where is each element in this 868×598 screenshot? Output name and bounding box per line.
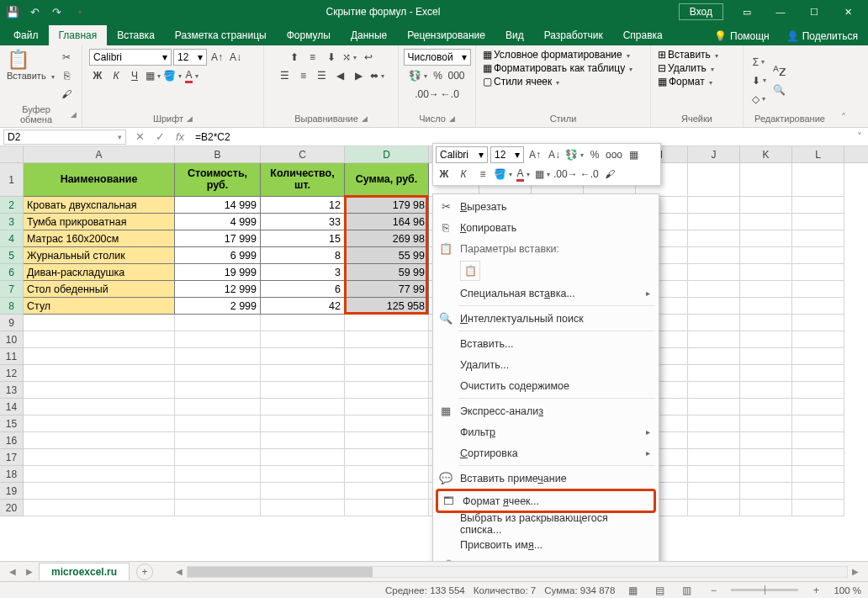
ctx-cut[interactable]: ✂ВВырезатьырезать bbox=[433, 196, 659, 217]
normal-view-icon[interactable]: ▦ bbox=[623, 585, 642, 596]
cell[interactable] bbox=[175, 449, 261, 466]
cell[interactable] bbox=[688, 382, 740, 399]
cell[interactable] bbox=[345, 483, 429, 500]
cell[interactable] bbox=[24, 483, 175, 500]
table-header-cell[interactable]: Сумма, руб. bbox=[345, 163, 429, 197]
row-header[interactable]: 13 bbox=[0, 382, 24, 399]
cell[interactable] bbox=[740, 466, 792, 483]
ctx-smart-lookup[interactable]: 🔍Интеллектуальный поиск bbox=[433, 308, 659, 329]
ctx-filter[interactable]: Фильтр bbox=[433, 421, 659, 442]
cell[interactable] bbox=[175, 500, 261, 516]
cell[interactable]: 3 bbox=[261, 264, 345, 281]
cell[interactable] bbox=[261, 500, 345, 516]
decrease-indent-icon[interactable]: ◀ bbox=[332, 67, 349, 84]
cell[interactable]: 164 96 bbox=[345, 214, 429, 230]
mini-percent-icon[interactable]: % bbox=[586, 146, 603, 163]
cell[interactable]: Матрас 160х200см bbox=[24, 230, 175, 247]
cell[interactable] bbox=[261, 382, 345, 399]
row-header[interactable]: 14 bbox=[0, 399, 24, 415]
mini-fill-color-icon[interactable]: 🪣 bbox=[494, 166, 512, 183]
cell[interactable]: 55 99 bbox=[345, 247, 429, 264]
wrap-text-icon[interactable]: ↩ bbox=[360, 49, 377, 66]
tab-file[interactable]: Файл bbox=[3, 25, 49, 45]
cell[interactable] bbox=[792, 315, 844, 331]
cell[interactable] bbox=[24, 382, 175, 399]
mini-align-icon[interactable]: ≡ bbox=[474, 166, 491, 183]
cell[interactable] bbox=[688, 483, 740, 500]
col-header[interactable]: D bbox=[345, 146, 429, 162]
cell[interactable] bbox=[24, 415, 175, 432]
cell[interactable]: 17 999 bbox=[175, 230, 261, 247]
mini-table-icon[interactable]: ▦ bbox=[625, 146, 642, 163]
ctx-copy[interactable]: ⎘Копировать bbox=[433, 217, 659, 238]
tab-formulas[interactable]: Формулы bbox=[277, 25, 341, 45]
fx-icon[interactable]: fx bbox=[170, 130, 190, 143]
cell[interactable] bbox=[740, 399, 792, 415]
cell-styles-button[interactable]: ▢Стили ячеек bbox=[483, 76, 559, 87]
row-header[interactable]: 7 bbox=[0, 281, 24, 298]
ctx-pick-from-list[interactable]: Выбрать из раскрывающегося списка... bbox=[433, 513, 659, 534]
clear-icon[interactable]: ◇ bbox=[750, 91, 767, 108]
cell[interactable]: 19 999 bbox=[175, 264, 261, 281]
cell[interactable]: Стул bbox=[24, 298, 175, 315]
cell[interactable] bbox=[688, 500, 740, 516]
cell[interactable] bbox=[261, 348, 345, 365]
row-header[interactable]: 8 bbox=[0, 298, 24, 315]
decrease-font-icon[interactable]: A↓ bbox=[227, 49, 244, 66]
cell[interactable] bbox=[740, 432, 792, 449]
row-header[interactable]: 10 bbox=[0, 331, 24, 348]
col-header[interactable]: L bbox=[792, 146, 844, 162]
cell[interactable] bbox=[740, 331, 792, 348]
cell[interactable] bbox=[740, 500, 792, 516]
mini-decrease-font-icon[interactable]: A↓ bbox=[546, 146, 563, 163]
cell[interactable] bbox=[688, 449, 740, 466]
cell[interactable]: 125 958 bbox=[345, 298, 429, 315]
cell[interactable] bbox=[24, 449, 175, 466]
increase-indent-icon[interactable]: ▶ bbox=[351, 67, 368, 84]
hscroll-left-icon[interactable]: ◀ bbox=[172, 567, 187, 576]
font-color-icon[interactable]: A bbox=[183, 67, 200, 84]
cell[interactable] bbox=[792, 483, 844, 500]
row-header[interactable]: 18 bbox=[0, 466, 24, 483]
cancel-formula-icon[interactable]: ✕ bbox=[130, 130, 150, 143]
cell[interactable] bbox=[24, 399, 175, 415]
formula-input[interactable]: =B2*C2 bbox=[190, 130, 851, 144]
row-header[interactable]: 11 bbox=[0, 348, 24, 365]
cell[interactable] bbox=[688, 415, 740, 432]
sheet-tab[interactable]: microexcel.ru bbox=[39, 563, 130, 580]
cell[interactable] bbox=[792, 415, 844, 432]
align-center-icon[interactable]: ≡ bbox=[295, 67, 312, 84]
mini-font-color-icon[interactable]: A bbox=[515, 166, 532, 183]
cell[interactable]: 15 bbox=[261, 230, 345, 247]
cell[interactable]: 8 bbox=[261, 247, 345, 264]
cell[interactable] bbox=[24, 466, 175, 483]
increase-font-icon[interactable]: A↑ bbox=[209, 49, 225, 66]
cell[interactable] bbox=[345, 449, 429, 466]
row-header[interactable]: 1 bbox=[0, 163, 24, 197]
zoom-in-button[interactable]: + bbox=[807, 585, 825, 596]
close-button[interactable]: ✕ bbox=[831, 2, 865, 22]
ctx-insert[interactable]: Вставить... bbox=[433, 333, 659, 354]
cell[interactable] bbox=[740, 382, 792, 399]
hscroll-right-icon[interactable]: ▶ bbox=[848, 567, 863, 576]
cell[interactable]: 179 98 bbox=[345, 197, 429, 214]
share-button[interactable]: 👤Поделиться bbox=[780, 27, 865, 45]
cell[interactable] bbox=[175, 348, 261, 365]
cell[interactable] bbox=[345, 415, 429, 432]
cell[interactable] bbox=[261, 449, 345, 466]
italic-button[interactable]: К bbox=[108, 67, 124, 84]
cell[interactable] bbox=[792, 500, 844, 516]
cell[interactable]: 59 99 bbox=[345, 264, 429, 281]
cell[interactable] bbox=[688, 331, 740, 348]
cell[interactable] bbox=[261, 365, 345, 382]
cell[interactable] bbox=[175, 331, 261, 348]
row-header[interactable]: 9 bbox=[0, 315, 24, 331]
cell[interactable] bbox=[261, 483, 345, 500]
row-header[interactable]: 19 bbox=[0, 483, 24, 500]
col-header[interactable]: C bbox=[261, 146, 345, 162]
tab-home[interactable]: Главная bbox=[49, 25, 108, 45]
sign-in-button[interactable]: Вход bbox=[679, 3, 723, 20]
ctx-sort[interactable]: Сортировка bbox=[433, 442, 659, 463]
fill-icon[interactable]: ⬇ bbox=[750, 72, 767, 89]
cell[interactable] bbox=[688, 315, 740, 331]
